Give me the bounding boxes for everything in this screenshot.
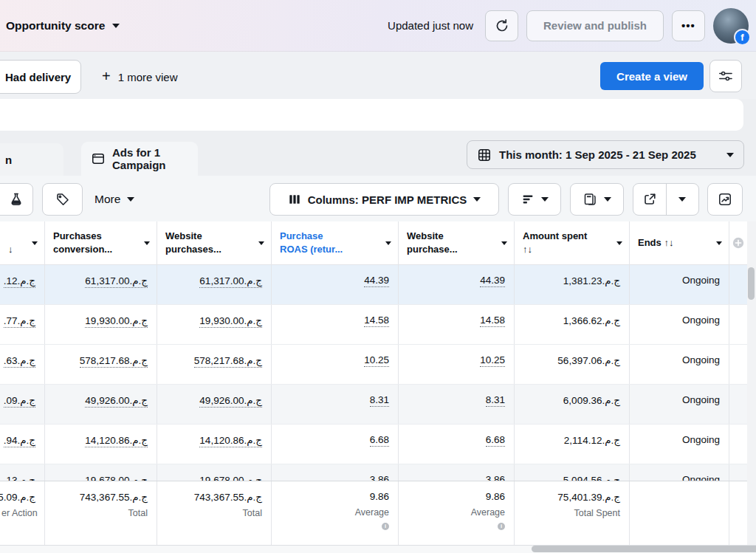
table-row[interactable]: ج.م.09.ج.م.49,926.00ج.م.49,926.008.318.3… <box>0 385 747 425</box>
more-options-button[interactable]: ••• <box>672 10 705 41</box>
cell-value[interactable]: ج.م.63. <box>4 355 35 368</box>
cell-value[interactable]: 10.25 <box>364 354 389 367</box>
export-button[interactable] <box>633 184 666 215</box>
cell-value[interactable]: 8.31 <box>486 394 505 407</box>
column-header-purchase-roas[interactable]: PurchaseROAS (retur... <box>272 221 399 264</box>
cell-value[interactable]: ج.م.12. <box>4 275 35 288</box>
column-header-truncated-metric[interactable]: ↓ <box>0 221 45 264</box>
cell-value[interactable]: 14.58 <box>364 315 389 327</box>
search-filter-bar[interactable] <box>0 99 743 131</box>
info-icon[interactable]: i <box>498 523 505 530</box>
review-and-publish-button[interactable]: Review and publish <box>526 10 664 41</box>
cell-website-purchases-value: ج.م.61,317.00 <box>157 265 272 304</box>
view-settings-button[interactable] <box>709 60 742 92</box>
table-row[interactable]: ج.م.13.ج.م.19,678.00ج.م.19,678.003.863.8… <box>0 464 747 481</box>
tab-ads-for-campaign[interactable]: Ads for 1 Campaign <box>81 142 198 176</box>
cell-value[interactable]: ج.م.19,930.00 <box>199 315 262 328</box>
column-menu-caret-icon[interactable] <box>616 241 622 245</box>
export-options-caret[interactable] <box>666 184 699 215</box>
table-row[interactable]: ج.م.77.ج.م.19,930.00ج.م.19,930.0014.5814… <box>0 305 747 345</box>
refresh-button[interactable] <box>485 10 518 41</box>
cell-value[interactable]: ج.م.19,678.00 <box>85 475 148 481</box>
opportunity-score-dropdown[interactable]: Opportunity score <box>6 19 120 32</box>
tab-campaigns-partial[interactable]: n <box>0 143 63 176</box>
reports-dropdown[interactable] <box>570 183 624 216</box>
calendar-grid-icon <box>477 148 492 162</box>
column-header-website-purchases-value[interactable]: Websitepurchases... <box>157 221 272 264</box>
cell-truncated-metric: ج.م.63. <box>0 345 45 384</box>
date-range-selector[interactable]: This month: 1 Sep 2025 - 21 Sep 2025 <box>467 140 744 169</box>
column-menu-caret-icon[interactable] <box>32 241 38 245</box>
cell-value[interactable]: ج.م.13. <box>4 475 35 481</box>
view-tab-had-delivery[interactable]: Had delivery <box>0 60 81 94</box>
ab-test-button[interactable] <box>0 183 33 216</box>
column-menu-caret-icon[interactable] <box>258 241 264 245</box>
more-views-button[interactable]: + 1 more view <box>102 60 178 94</box>
columns-dropdown[interactable]: Columns: PERF IMP METRICS <box>269 183 499 216</box>
column-header-website-purchase-roas[interactable]: Websitepurchase... <box>399 221 515 264</box>
spacer-cell <box>729 385 747 424</box>
column-menu-caret-icon[interactable] <box>385 241 391 245</box>
cell-value[interactable]: ج.م.61,317.00 <box>199 275 262 288</box>
cell-website-purchases-value: ج.م.578,217.68 <box>157 345 272 384</box>
avatar[interactable]: f <box>713 8 749 44</box>
column-menu-caret-icon[interactable] <box>144 241 150 245</box>
columns-label: Columns: PERF IMP METRICS <box>308 193 467 206</box>
top-bar: Opportunity score Updated just now Revie… <box>0 0 756 52</box>
review-and-publish-label: Review and publish <box>543 19 647 32</box>
column-header-amount-spent[interactable]: Amount spent↑↓ <box>515 221 630 264</box>
cell-value: Ongoing <box>682 474 720 481</box>
table-row[interactable]: ج.م.12.ج.م.61,317.00ج.م.61,317.0044.3944… <box>0 265 747 305</box>
cell-value[interactable]: ج.م.94. <box>4 435 35 447</box>
create-a-view-button[interactable]: Create a view <box>600 62 704 90</box>
column-menu-caret-icon[interactable] <box>501 241 507 245</box>
more-dropdown[interactable]: More <box>94 183 134 216</box>
column-menu-caret-icon[interactable] <box>716 241 722 245</box>
cell-value[interactable]: ج.م.19,930.00 <box>85 315 148 328</box>
cell-value[interactable]: ج.م.49,926.00 <box>199 395 262 408</box>
cell-value[interactable]: ج.م.578,217.68 <box>194 355 262 368</box>
column-header-label: ↓ <box>8 230 32 256</box>
horizontal-scrollbar-thumb[interactable] <box>532 546 756 552</box>
cell-truncated-metric: ج.م.09. <box>0 385 45 424</box>
cell-value: Ongoing <box>682 434 720 445</box>
table-row[interactable]: ج.م.94.ج.م.14,120.86ج.م.14,120.866.686.6… <box>0 425 747 464</box>
cell-value[interactable]: 44.39 <box>480 275 505 287</box>
column-header-purchases-conversion-value[interactable]: Purchasesconversion... <box>45 221 157 264</box>
cell-value[interactable]: 6.68 <box>370 434 389 447</box>
table-row[interactable]: ج.م.63.ج.م.578,217.68ج.م.578,217.6810.25… <box>0 345 747 385</box>
cell-value[interactable]: ج.م.09. <box>4 395 35 408</box>
add-column-button[interactable] <box>729 221 747 264</box>
cell-value[interactable]: ج.م.61,317.00 <box>85 275 148 288</box>
column-header-label: Ends ↑↓ <box>638 236 716 250</box>
footer-website-purchase-roas: 9.86Averagei <box>399 481 515 546</box>
cell-purchases-conversion-value: ج.م.19,678.00 <box>45 464 157 481</box>
column-header-ends[interactable]: Ends ↑↓ <box>630 221 729 264</box>
cell-value[interactable]: 10.25 <box>480 354 505 367</box>
cell-website-purchase-roas: 44.39 <box>399 265 515 304</box>
column-header-label: PurchaseROAS (retur... <box>280 230 385 256</box>
cell-value: ج.م.6,009.36 <box>563 395 620 406</box>
cell-value[interactable]: ج.م.49,926.00 <box>85 395 148 408</box>
cell-value[interactable]: ج.م.14,120.86 <box>85 435 148 447</box>
cell-value[interactable]: 14.58 <box>480 315 505 327</box>
info-icon[interactable]: i <box>382 523 389 530</box>
column-header-label: Amount spent↑↓ <box>523 230 616 256</box>
cell-value[interactable]: 44.39 <box>364 275 389 287</box>
tags-button[interactable] <box>42 183 83 216</box>
opportunity-score-label: Opportunity score <box>6 19 105 32</box>
column-header-label: Purchasesconversion... <box>53 230 144 256</box>
cell-value[interactable]: ج.م.19,678.00 <box>199 475 262 481</box>
charts-button[interactable] <box>707 183 743 216</box>
cell-value[interactable]: ج.م.14,120.86 <box>199 435 262 447</box>
breakdown-dropdown[interactable] <box>508 183 561 216</box>
cell-value[interactable]: ج.م.578,217.68 <box>80 355 148 368</box>
cell-value[interactable]: 8.31 <box>370 394 389 407</box>
cell-value[interactable]: 3.86 <box>486 474 505 481</box>
cell-value[interactable]: ج.م.77. <box>4 315 35 328</box>
cell-value[interactable]: 6.68 <box>486 434 505 447</box>
toolbar-panel: More Columns: PERF IMP METRICS <box>0 176 756 221</box>
vertical-scrollbar-thumb[interactable] <box>748 267 755 300</box>
cell-value[interactable]: 3.86 <box>370 474 389 481</box>
cell-purchases-conversion-value: ج.م.61,317.00 <box>45 265 157 304</box>
